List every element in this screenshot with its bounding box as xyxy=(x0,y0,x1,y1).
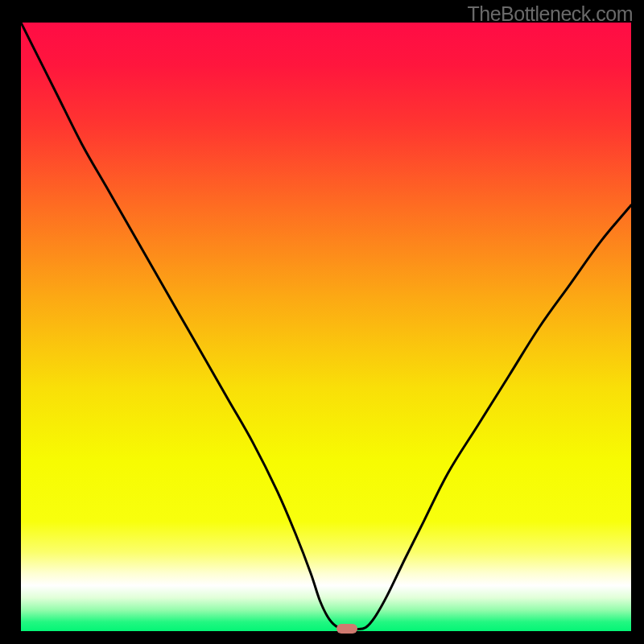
watermark-text: TheBottleneck.com xyxy=(468,2,634,26)
optimal-marker xyxy=(336,624,357,634)
plot-area xyxy=(21,23,631,631)
bottleneck-curve xyxy=(21,23,631,631)
